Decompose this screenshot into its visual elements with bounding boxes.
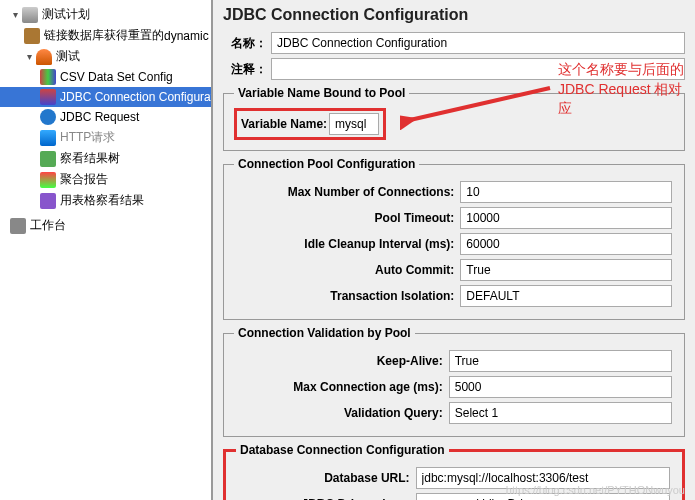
tree-item-table-results[interactable]: 用表格察看结果 xyxy=(0,190,211,211)
db-fieldset: Database Connection Configuration Databa… xyxy=(223,443,685,500)
tree-item-label: CSV Data Set Config xyxy=(60,70,173,84)
tree-item-jdbc-config[interactable]: JDBC Connection Configuration xyxy=(0,87,211,107)
cfg-row: Transaction Isolation: xyxy=(234,283,674,309)
tree-item-http[interactable]: HTTP请求 xyxy=(0,127,211,148)
tree-item-label: JDBC Connection Configuration xyxy=(60,90,213,104)
link-icon xyxy=(24,28,40,44)
driver-class-input[interactable] xyxy=(416,493,670,500)
tree-link-suffix: dynamic + res xyxy=(164,29,213,43)
svg-line-1 xyxy=(410,88,550,120)
tree-item-csv[interactable]: CSV Data Set Config xyxy=(0,67,211,87)
pool-fieldset: Connection Pool Configuration Max Number… xyxy=(223,157,685,320)
idle-interval-input[interactable] xyxy=(460,233,672,255)
arrow-icon xyxy=(400,80,560,130)
auto-commit-input[interactable] xyxy=(460,259,672,281)
tree-root[interactable]: ▾ 测试计划 xyxy=(0,4,211,25)
db-url-input[interactable] xyxy=(416,467,670,489)
tree-item-label: HTTP请求 xyxy=(60,129,115,146)
cfg-key: Transaction Isolation: xyxy=(234,283,458,309)
cfg-row: Max Connection age (ms): xyxy=(234,374,674,400)
validation-query-input[interactable] xyxy=(449,402,672,424)
flask-icon xyxy=(22,7,38,23)
cfg-key: Max Number of Connections: xyxy=(234,179,458,205)
jdbc-icon xyxy=(40,109,56,125)
config-icon xyxy=(40,89,56,105)
tree-item-results-tree[interactable]: 察看结果树 xyxy=(0,148,211,169)
annotation-text: 这个名称要与后面的JDBC Request 相对应 xyxy=(558,60,688,119)
name-label: 名称： xyxy=(223,35,271,52)
toggle-icon[interactable]: ▾ xyxy=(24,51,34,62)
tree-item-label: JDBC Request xyxy=(60,110,139,124)
tree-item-label: 察看结果树 xyxy=(60,150,120,167)
http-icon xyxy=(40,130,56,146)
cfg-row: Max Number of Connections: xyxy=(234,179,674,205)
name-input[interactable] xyxy=(271,32,685,54)
keepalive-input[interactable] xyxy=(449,350,672,372)
cfg-key: Idle Cleanup Interval (ms): xyxy=(234,231,458,257)
cfg-row: Validation Query: xyxy=(234,400,674,426)
cfg-row: Database URL: xyxy=(236,465,672,491)
cfg-key: Auto Commit: xyxy=(234,257,458,283)
cfg-key: Pool Timeout: xyxy=(234,205,458,231)
cfg-row: JDBC Driver class: xyxy=(236,491,672,500)
tree-panel: ▾ 测试计划 链接数据库获得重置的 dynamic + res ▾ 测试 CSV… xyxy=(0,0,213,500)
tree-link-label: 链接数据库获得重置的 xyxy=(44,27,164,44)
validation-legend: Connection Validation by Pool xyxy=(234,326,415,340)
comment-label: 注释： xyxy=(223,61,271,78)
cfg-row: Idle Cleanup Interval (ms): xyxy=(234,231,674,257)
tree-workbench-label: 工作台 xyxy=(30,217,66,234)
tree-item-jdbc-request[interactable]: JDBC Request xyxy=(0,107,211,127)
table-icon xyxy=(40,193,56,209)
varname-label: Variable Name: xyxy=(241,117,327,131)
chart-icon xyxy=(40,172,56,188)
validation-fieldset: Connection Validation by Pool Keep-Alive… xyxy=(223,326,685,437)
tree-test-label: 测试 xyxy=(56,48,80,65)
thread-icon xyxy=(36,49,52,65)
results-tree-icon xyxy=(40,151,56,167)
db-legend: Database Connection Configuration xyxy=(236,443,449,457)
pool-legend: Connection Pool Configuration xyxy=(234,157,419,171)
cfg-row: Pool Timeout: xyxy=(234,205,674,231)
pool-timeout-input[interactable] xyxy=(460,207,672,229)
cfg-row: Keep-Alive: xyxy=(234,348,674,374)
tree-item-label: 聚合报告 xyxy=(60,171,108,188)
cfg-key: Keep-Alive: xyxy=(234,348,447,374)
toggle-icon[interactable]: ▾ xyxy=(10,9,20,20)
workbench-icon xyxy=(10,218,26,234)
cfg-key: JDBC Driver class: xyxy=(236,491,414,500)
max-conn-input[interactable] xyxy=(460,181,672,203)
cfg-row: Auto Commit: xyxy=(234,257,674,283)
page-title: JDBC Connection Configuration xyxy=(223,6,685,24)
tree-root-label: 测试计划 xyxy=(42,6,90,23)
tree-thread-group[interactable]: ▾ 测试 xyxy=(0,46,211,67)
varbind-legend: Variable Name Bound to Pool xyxy=(234,86,409,100)
tree-link-node[interactable]: 链接数据库获得重置的 dynamic + res xyxy=(0,25,211,46)
varname-input[interactable] xyxy=(329,113,379,135)
cfg-key: Database URL: xyxy=(236,465,414,491)
cfg-key: Max Connection age (ms): xyxy=(234,374,447,400)
max-age-input[interactable] xyxy=(449,376,672,398)
csv-icon xyxy=(40,69,56,85)
tree-item-label: 用表格察看结果 xyxy=(60,192,144,209)
tree-workbench[interactable]: 工作台 xyxy=(0,215,211,236)
tx-isolation-input[interactable] xyxy=(460,285,672,307)
cfg-key: Validation Query: xyxy=(234,400,447,426)
tree-item-aggregate[interactable]: 聚合报告 xyxy=(0,169,211,190)
